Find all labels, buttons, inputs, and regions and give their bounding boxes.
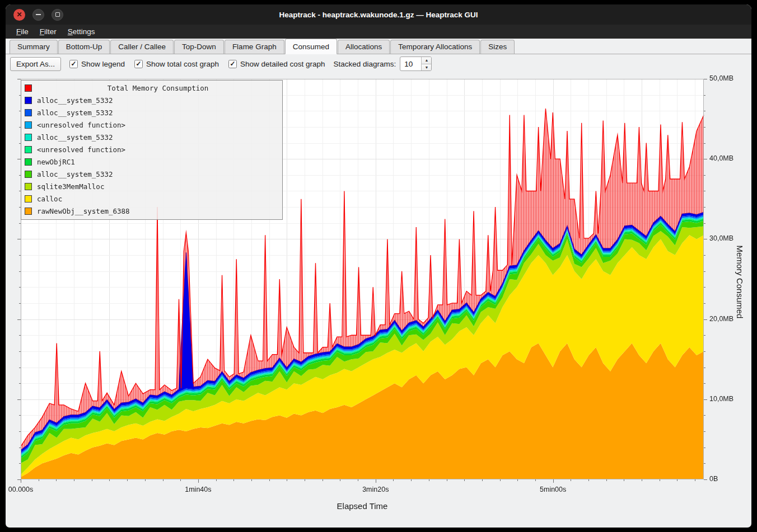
checkbox-box: ✓ xyxy=(228,60,237,68)
close-button[interactable]: ✕ xyxy=(13,9,25,21)
tab-bar: SummaryBottom-UpCaller / CalleeTop-DownF… xyxy=(6,39,751,54)
legend-item: alloc__system_5332 xyxy=(25,94,279,106)
stacked-diagrams-spinbox[interactable]: 10 ▲ ▼ xyxy=(400,57,432,71)
tab-bottom-up[interactable]: Bottom-Up xyxy=(58,40,110,54)
y-tick-label: 0B xyxy=(709,475,718,483)
x-tick-label: 1min40s xyxy=(185,486,211,493)
legend-swatch xyxy=(25,171,32,178)
checkbox-label: Show legend xyxy=(81,60,125,68)
y-axis-label: Memory Consumed xyxy=(735,246,745,319)
menu-file[interactable]: File xyxy=(11,26,34,37)
legend-item: <unresolved function> xyxy=(25,143,279,156)
legend-item: alloc__system_5332 xyxy=(25,131,279,143)
legend-swatch xyxy=(25,195,32,203)
legend-swatch xyxy=(25,208,32,215)
chart-legend: Total Memory Consumptionalloc__system_53… xyxy=(21,80,283,220)
spin-up-button[interactable]: ▲ xyxy=(422,57,431,64)
legend-title-row: Total Memory Consumption xyxy=(25,82,279,94)
checkbox-show-detailed-cost-graph[interactable]: ✓Show detailed cost graph xyxy=(228,60,325,68)
maximize-button[interactable] xyxy=(52,9,63,21)
export-as-button[interactable]: Export As... xyxy=(10,57,61,71)
legend-item: calloc xyxy=(25,192,279,205)
stacked-diagrams-label: Stacked diagrams: xyxy=(334,60,396,68)
close-icon: ✕ xyxy=(16,11,22,18)
chart-region: Total Memory Consumptionalloc__system_53… xyxy=(6,73,751,528)
legend-label: <unresolved function> xyxy=(37,121,125,129)
legend-label: alloc__system_5332 xyxy=(37,133,113,142)
legend-label: alloc__system_5332 xyxy=(37,170,113,178)
tab-top-down[interactable]: Top-Down xyxy=(174,40,224,54)
tab-flame-graph[interactable]: Flame Graph xyxy=(225,40,284,54)
y-tick-label: 40,0MB xyxy=(709,154,733,162)
checkbox-show-legend[interactable]: ✓Show legend xyxy=(69,60,125,68)
toolbar: Export As... ✓Show legend✓Show total cos… xyxy=(6,54,751,73)
legend-label: sqlite3MemMalloc xyxy=(37,182,104,191)
y-tick-label: 20,0MB xyxy=(709,315,733,323)
legend-item: alloc__system_5332 xyxy=(25,106,279,119)
window-title: Heaptrack - heaptrack.wakunode.1.gz — He… xyxy=(279,11,478,19)
menu-settings[interactable]: Settings xyxy=(63,26,100,37)
y-tick-label: 30,0MB xyxy=(709,234,733,242)
window-controls: ✕ xyxy=(13,4,63,25)
tab-summary[interactable]: Summary xyxy=(10,40,58,54)
legend-swatch xyxy=(25,109,32,116)
tab-temporary-allocations[interactable]: Temporary Allocations xyxy=(390,40,480,54)
checkbox-box: ✓ xyxy=(134,60,143,68)
legend-swatch xyxy=(25,183,32,190)
stacked-diagrams-group: Stacked diagrams: 10 ▲ ▼ xyxy=(334,57,432,71)
tab-allocations[interactable]: Allocations xyxy=(338,40,390,54)
legend-swatch xyxy=(25,97,32,104)
spinner-buttons: ▲ ▼ xyxy=(421,57,431,70)
maximize-icon xyxy=(55,12,60,17)
checkbox-show-total-cost-graph[interactable]: ✓Show total cost graph xyxy=(134,60,219,68)
tab-caller-callee[interactable]: Caller / Callee xyxy=(110,40,174,54)
legend-swatch xyxy=(25,158,32,166)
minimize-icon xyxy=(36,14,41,15)
legend-swatch xyxy=(25,121,32,129)
legend-item: rawNewObj__system_6388 xyxy=(25,205,279,217)
x-axis-label: Elapsed Time xyxy=(337,501,388,511)
legend-label: Total Memory Consumption xyxy=(37,84,279,92)
spin-down-button[interactable]: ▼ xyxy=(422,64,431,71)
stacked-diagrams-value[interactable]: 10 xyxy=(400,57,421,70)
checkbox-label: Show detailed cost graph xyxy=(240,60,325,68)
menubar: File Filter Settings xyxy=(6,25,751,39)
tab-sizes[interactable]: Sizes xyxy=(480,40,515,54)
y-tick-label: 50,0MB xyxy=(709,74,733,82)
legend-item: newObjRC1 xyxy=(25,156,279,168)
legend-label: alloc__system_5332 xyxy=(37,109,113,117)
legend-label: rawNewObj__system_6388 xyxy=(37,207,130,215)
legend-swatch xyxy=(25,134,32,141)
legend-item: <unresolved function> xyxy=(25,119,279,131)
minimize-button[interactable] xyxy=(32,9,44,21)
legend-label: calloc xyxy=(37,195,62,203)
legend-item: alloc__system_5332 xyxy=(25,168,279,180)
legend-label: newObjRC1 xyxy=(37,158,75,166)
menu-filter[interactable]: Filter xyxy=(35,26,62,37)
x-tick-label: 3min20s xyxy=(362,486,389,493)
legend-label: alloc__system_5332 xyxy=(37,96,113,105)
y-tick-label: 10,0MB xyxy=(709,395,733,403)
legend-label: <unresolved function> xyxy=(37,145,125,154)
checkbox-box: ✓ xyxy=(69,60,78,68)
checkbox-group: ✓Show legend✓Show total cost graph✓Show … xyxy=(69,60,325,68)
app-window: ✕ Heaptrack - heaptrack.wakunode.1.gz — … xyxy=(6,4,751,528)
titlebar[interactable]: ✕ Heaptrack - heaptrack.wakunode.1.gz — … xyxy=(6,4,751,25)
legend-swatch xyxy=(25,84,32,92)
legend-item: sqlite3MemMalloc xyxy=(25,180,279,192)
legend-swatch xyxy=(25,146,32,153)
x-tick-label: 00.000s xyxy=(8,486,33,493)
checkbox-label: Show total cost graph xyxy=(146,60,219,68)
tab-consumed[interactable]: Consumed xyxy=(285,39,337,54)
x-tick-label: 5min00s xyxy=(540,486,566,493)
